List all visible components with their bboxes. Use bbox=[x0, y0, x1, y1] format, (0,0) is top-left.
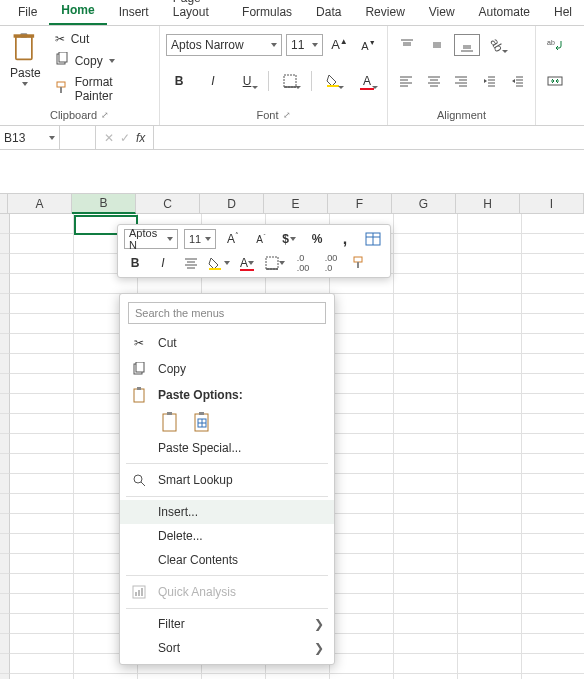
cell[interactable] bbox=[330, 434, 394, 454]
menu-copy[interactable]: Copy bbox=[120, 356, 334, 382]
cell[interactable] bbox=[458, 274, 522, 294]
enter-formula-button[interactable]: ✓ bbox=[120, 131, 130, 145]
cell[interactable] bbox=[394, 374, 458, 394]
font-color-button[interactable]: A bbox=[354, 70, 380, 92]
cell[interactable] bbox=[330, 494, 394, 514]
cell[interactable] bbox=[522, 574, 584, 594]
underline-button[interactable]: U bbox=[234, 70, 260, 92]
cell[interactable] bbox=[10, 354, 74, 374]
mini-accounting-format[interactable]: $ bbox=[278, 229, 300, 249]
tab-home[interactable]: Home bbox=[49, 0, 106, 25]
cell[interactable] bbox=[10, 674, 74, 679]
merge-center-button[interactable] bbox=[542, 70, 568, 92]
select-all-corner[interactable] bbox=[0, 194, 8, 214]
menu-paste-special[interactable]: Paste Special... bbox=[120, 436, 334, 460]
mini-format-painter[interactable] bbox=[348, 253, 370, 273]
cell[interactable] bbox=[394, 214, 458, 234]
cell[interactable] bbox=[10, 654, 74, 674]
wrap-text-button[interactable]: ab bbox=[542, 34, 568, 56]
align-right-button[interactable] bbox=[450, 70, 474, 92]
cell[interactable] bbox=[10, 254, 74, 274]
cell[interactable] bbox=[458, 394, 522, 414]
row-header[interactable] bbox=[0, 374, 10, 394]
cell[interactable] bbox=[522, 674, 584, 679]
row-header[interactable] bbox=[0, 354, 10, 374]
cell[interactable] bbox=[522, 394, 584, 414]
cell[interactable] bbox=[458, 554, 522, 574]
mini-border[interactable] bbox=[264, 253, 286, 273]
cell[interactable] bbox=[458, 574, 522, 594]
menu-insert[interactable]: Insert... bbox=[120, 500, 334, 524]
increase-indent-button[interactable] bbox=[505, 70, 529, 92]
copy-button[interactable]: Copy bbox=[51, 50, 153, 71]
formula-input[interactable] bbox=[154, 126, 584, 149]
cell[interactable] bbox=[458, 374, 522, 394]
mini-font-color[interactable]: A bbox=[236, 253, 258, 273]
row-header[interactable] bbox=[0, 514, 10, 534]
cell[interactable] bbox=[458, 674, 522, 679]
orientation-button[interactable]: ab bbox=[484, 34, 510, 56]
tab-help[interactable]: Hel bbox=[542, 1, 584, 25]
cell[interactable] bbox=[330, 614, 394, 634]
row-header[interactable] bbox=[0, 434, 10, 454]
cell[interactable] bbox=[10, 374, 74, 394]
cell[interactable] bbox=[458, 294, 522, 314]
col-header-E[interactable]: E bbox=[264, 194, 328, 214]
cell[interactable] bbox=[458, 514, 522, 534]
italic-button[interactable]: I bbox=[200, 70, 226, 92]
cell[interactable] bbox=[458, 634, 522, 654]
cell[interactable] bbox=[394, 354, 458, 374]
tab-file[interactable]: File bbox=[6, 1, 49, 25]
cell[interactable] bbox=[394, 294, 458, 314]
cell[interactable] bbox=[266, 674, 330, 679]
row-header[interactable] bbox=[0, 634, 10, 654]
cell[interactable] bbox=[458, 614, 522, 634]
row-header[interactable] bbox=[0, 314, 10, 334]
row-header[interactable] bbox=[0, 654, 10, 674]
tab-formulas[interactable]: Formulas bbox=[230, 1, 304, 25]
border-button[interactable] bbox=[277, 70, 303, 92]
row-header[interactable] bbox=[0, 574, 10, 594]
align-middle-button[interactable] bbox=[424, 34, 450, 56]
cell[interactable] bbox=[522, 314, 584, 334]
cell[interactable] bbox=[394, 674, 458, 679]
cell[interactable] bbox=[394, 614, 458, 634]
cell[interactable] bbox=[394, 654, 458, 674]
row-header[interactable] bbox=[0, 254, 10, 274]
cell[interactable] bbox=[330, 674, 394, 679]
cell[interactable] bbox=[522, 254, 584, 274]
cell[interactable] bbox=[10, 414, 74, 434]
cell[interactable] bbox=[394, 394, 458, 414]
cell[interactable] bbox=[458, 474, 522, 494]
row-header[interactable] bbox=[0, 474, 10, 494]
cell[interactable] bbox=[458, 214, 522, 234]
row-header[interactable] bbox=[0, 614, 10, 634]
row-header[interactable] bbox=[0, 294, 10, 314]
cell[interactable] bbox=[394, 414, 458, 434]
paste-option-default[interactable] bbox=[158, 410, 182, 434]
cell[interactable] bbox=[10, 494, 74, 514]
cell[interactable] bbox=[394, 334, 458, 354]
cell[interactable] bbox=[330, 514, 394, 534]
cell[interactable] bbox=[330, 374, 394, 394]
mini-align-center[interactable] bbox=[180, 253, 202, 273]
cell[interactable] bbox=[458, 534, 522, 554]
col-header-B[interactable]: B bbox=[72, 194, 136, 214]
row-header[interactable] bbox=[0, 674, 10, 679]
tab-review[interactable]: Review bbox=[353, 1, 416, 25]
cell[interactable] bbox=[10, 514, 74, 534]
col-header-C[interactable]: C bbox=[136, 194, 200, 214]
mini-percent-format[interactable]: % bbox=[306, 229, 328, 249]
menu-delete[interactable]: Delete... bbox=[120, 524, 334, 548]
bold-button[interactable]: B bbox=[166, 70, 192, 92]
mini-format-cells[interactable] bbox=[362, 229, 384, 249]
fx-button[interactable]: fx bbox=[136, 131, 145, 145]
mini-comma-format[interactable]: , bbox=[334, 229, 356, 249]
cell[interactable] bbox=[330, 334, 394, 354]
cell[interactable] bbox=[330, 294, 394, 314]
fill-color-button[interactable] bbox=[320, 70, 346, 92]
cell[interactable] bbox=[10, 234, 74, 254]
cell[interactable] bbox=[10, 594, 74, 614]
cell[interactable] bbox=[522, 294, 584, 314]
cell[interactable] bbox=[330, 454, 394, 474]
